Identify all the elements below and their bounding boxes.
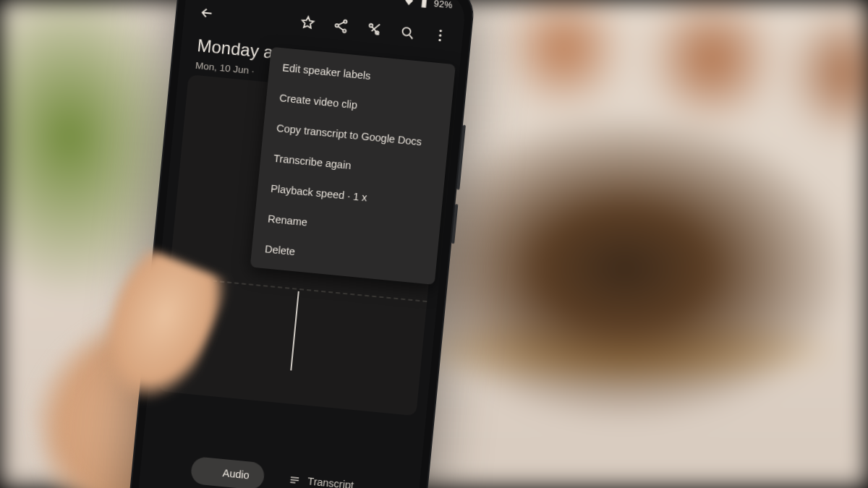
tab-audio-label: Audio [222,467,250,481]
svg-point-11 [439,34,442,37]
overflow-button[interactable] [424,19,457,52]
battery-icon [418,0,430,9]
tab-transcript-label: Transcript [307,475,354,488]
crop-button[interactable] [357,12,391,46]
search-button[interactable] [391,16,424,49]
transcript-icon [288,473,302,487]
audio-wave-icon [203,465,216,479]
playhead-icon [290,291,299,371]
overflow-menu: Edit speaker labels Create video clip Co… [250,47,456,285]
share-button[interactable] [324,9,357,43]
svg-point-10 [439,30,442,33]
status-battery-pct: 92% [433,0,453,10]
view-tabs: Audio Transcript [140,451,420,488]
back-button[interactable] [190,0,224,30]
svg-point-4 [344,20,347,24]
svg-point-12 [438,39,441,42]
wifi-icon [403,0,414,7]
star-button[interactable] [292,7,325,40]
tab-transcript[interactable]: Transcript [276,464,370,488]
screen: 14:13 92% [134,0,467,488]
tab-audio[interactable]: Audio [190,456,265,488]
svg-point-9 [402,27,411,36]
